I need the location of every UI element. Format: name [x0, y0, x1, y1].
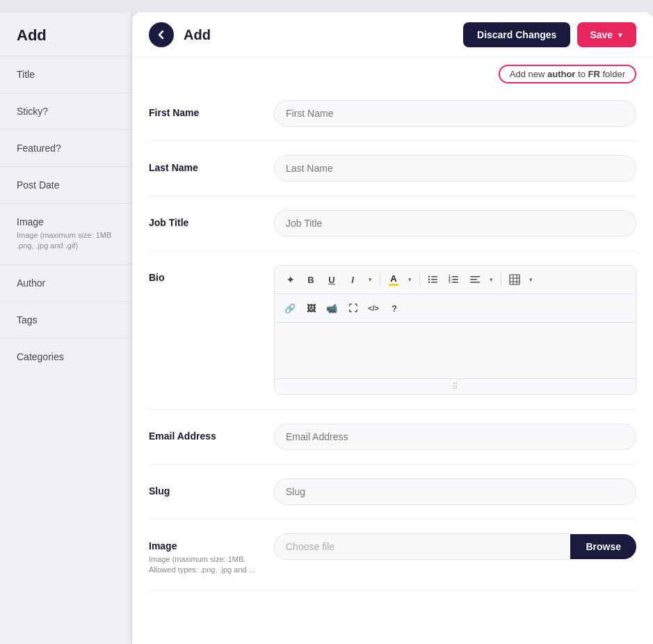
- first-name-label: First Name: [149, 100, 260, 118]
- top-bar: [0, 0, 653, 13]
- bold-btn[interactable]: B: [301, 270, 321, 289]
- align-group: ▾: [465, 270, 497, 289]
- table-dropdown-btn[interactable]: ▾: [524, 270, 537, 289]
- code-btn[interactable]: </>: [364, 298, 383, 318]
- table-group: ▾: [505, 270, 537, 289]
- toolbar-sep-3: [501, 273, 501, 287]
- underline-btn[interactable]: U: [322, 270, 341, 289]
- list-unordered-btn[interactable]: [424, 270, 443, 289]
- hint-text: Add new author to FR folder: [499, 65, 636, 83]
- browse-button[interactable]: Browse: [570, 534, 636, 559]
- rich-editor: ✦ B U I ▾ A ▾: [274, 265, 636, 395]
- sidebar-item-categories[interactable]: Categories: [0, 338, 131, 375]
- format-dropdown-btn[interactable]: ▾: [364, 270, 376, 289]
- sidebar-item-image[interactable]: Image Image (maximum size: 1MB .png, .jp…: [0, 203, 131, 264]
- email-input[interactable]: [274, 424, 636, 450]
- bio-field: ✦ B U I ▾ A ▾: [274, 265, 636, 395]
- video-btn[interactable]: 📹: [322, 298, 341, 318]
- last-name-input[interactable]: [274, 155, 636, 182]
- bio-editor-body[interactable]: [275, 323, 636, 378]
- sidebar-item-sticky[interactable]: Sticky?: [0, 92, 131, 129]
- image-upload-field: Choose file Browse: [274, 533, 636, 560]
- svg-rect-15: [510, 275, 519, 284]
- help-btn[interactable]: ?: [385, 298, 404, 318]
- svg-point-3: [428, 276, 430, 277]
- link-btn[interactable]: 🔗: [280, 298, 300, 318]
- align-dropdown-btn[interactable]: ▾: [485, 270, 497, 289]
- sidebar-title: Add: [0, 13, 131, 56]
- svg-rect-8: [452, 282, 458, 283]
- slug-input[interactable]: [274, 478, 636, 505]
- svg-rect-12: [470, 276, 480, 277]
- first-name-input[interactable]: [274, 100, 636, 127]
- first-name-row: First Name: [149, 86, 636, 141]
- sidebar-item-featured[interactable]: Featured?: [0, 129, 131, 166]
- email-row: Email Address: [149, 410, 636, 465]
- job-title-row: Job Title: [149, 196, 636, 251]
- image-btn[interactable]: 🖼: [301, 298, 321, 318]
- toolbar-sep-1: [380, 273, 380, 287]
- last-name-label: Last Name: [149, 155, 260, 173]
- svg-rect-0: [431, 276, 437, 277]
- save-dropdown-arrow: ▼: [617, 31, 624, 39]
- editor-toolbar-row2: 🔗 🖼 📹 ⛶ </> ?: [275, 294, 636, 323]
- sidebar-item-author[interactable]: Author: [0, 264, 131, 301]
- back-button[interactable]: [149, 22, 174, 47]
- email-field: [274, 424, 636, 450]
- editor-toolbar: ✦ B U I ▾ A ▾: [275, 266, 636, 294]
- slug-field: [274, 478, 636, 505]
- job-title-input[interactable]: [274, 210, 636, 236]
- svg-rect-7: [452, 279, 458, 280]
- svg-rect-14: [470, 282, 480, 283]
- svg-rect-1: [431, 279, 437, 280]
- svg-rect-6: [452, 276, 458, 277]
- italic-btn[interactable]: I: [343, 270, 362, 289]
- file-upload-control: Choose file Browse: [274, 533, 636, 560]
- job-title-field: [274, 210, 636, 236]
- font-color-dropdown-btn[interactable]: ▾: [403, 270, 416, 289]
- table-btn[interactable]: [505, 270, 524, 289]
- list-ordered-btn[interactable]: 1.2.3.: [444, 270, 464, 289]
- form-content: First Name Last Name Job Title: [132, 86, 653, 644]
- main-panel: Add Discard Changes Save ▼ Add new autho…: [132, 13, 653, 644]
- image-upload-row: Image Image (maximum size: 1MB. Allowed …: [149, 520, 636, 590]
- bio-label: Bio: [149, 265, 260, 283]
- file-input-display: Choose file: [274, 533, 570, 560]
- svg-text:3.: 3.: [449, 280, 451, 284]
- sidebar-item-post-date[interactable]: Post Date: [0, 166, 131, 203]
- last-name-row: Last Name: [149, 141, 636, 196]
- main-layout: Add Title Sticky? Featured? Post Date Im…: [0, 13, 653, 644]
- svg-point-5: [428, 282, 430, 283]
- font-color-group: A ▾: [384, 270, 416, 289]
- editor-resize-handle[interactable]: ⠿: [275, 378, 636, 394]
- svg-rect-13: [470, 279, 477, 280]
- expand-btn[interactable]: ⛶: [343, 298, 362, 318]
- svg-rect-2: [431, 282, 437, 283]
- first-name-field: [274, 100, 636, 127]
- panel-title: Add: [184, 27, 463, 43]
- email-label: Email Address: [149, 424, 260, 442]
- toolbar-sep-2: [419, 273, 420, 287]
- sidebar-item-title[interactable]: Title: [0, 56, 131, 92]
- magic-btn[interactable]: ✦: [280, 270, 300, 289]
- job-title-label: Job Title: [149, 210, 260, 228]
- image-upload-label: Image Image (maximum size: 1MB. Allowed …: [149, 533, 260, 576]
- align-btn[interactable]: [465, 270, 485, 289]
- panel-header: Add Discard Changes Save ▼: [132, 13, 653, 58]
- save-button[interactable]: Save ▼: [577, 22, 636, 47]
- sidebar: Add Title Sticky? Featured? Post Date Im…: [0, 13, 132, 644]
- slug-label: Slug: [149, 478, 260, 497]
- slug-row: Slug: [149, 465, 636, 520]
- last-name-field: [274, 155, 636, 182]
- discard-changes-button[interactable]: Discard Changes: [463, 22, 570, 47]
- sidebar-item-tags[interactable]: Tags: [0, 301, 131, 338]
- svg-point-4: [428, 279, 430, 280]
- bio-row: Bio ✦ B U I ▾ A: [149, 251, 636, 410]
- font-color-btn[interactable]: A: [384, 270, 403, 289]
- hint-bar: Add new author to FR folder: [132, 58, 653, 86]
